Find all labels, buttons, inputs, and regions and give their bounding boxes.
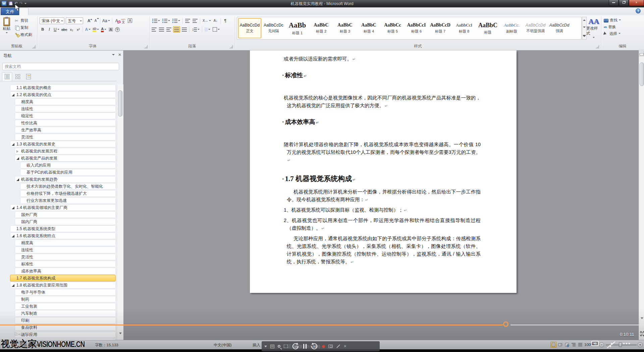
outline-item[interactable]: 1.7 机器视觉系统构成	[0, 275, 117, 282]
document-block[interactable]: 2、机器视觉也可以用来创造一个部件，即运用光学器件和软件相结合直接指导制造过程（…	[287, 216, 481, 232]
justify-button[interactable]	[173, 26, 180, 33]
skip-back-button[interactable]: 10	[291, 342, 300, 350]
camera-icon[interactable]	[328, 345, 333, 348]
font-dialog-launcher-icon[interactable]	[144, 45, 148, 48]
align-right-button[interactable]	[166, 26, 172, 33]
style-card[interactable]: AaBbCc 标题 5	[381, 18, 404, 38]
font-color-button[interactable]: A	[100, 26, 107, 33]
outline-item[interactable]: 标准性	[0, 261, 117, 268]
clear-formatting-button[interactable]: A	[114, 17, 120, 24]
strikethrough-button[interactable]: abc	[61, 26, 68, 33]
restore-button[interactable]	[619, 0, 629, 6]
outline-item[interactable]: 连续性	[0, 247, 117, 254]
style-card[interactable]: AaBbCcD 标题 7	[429, 18, 452, 38]
outline-item[interactable]: 1.1 机器视觉的概念	[0, 84, 117, 91]
bold-button[interactable]: B	[40, 26, 46, 33]
line-spacing-button[interactable]: ↕	[191, 26, 200, 33]
outline-item[interactable]: 连续性	[0, 105, 117, 113]
character-shading-button[interactable]: A	[108, 26, 114, 33]
document-block[interactable]: 随着计算机处理器价格的急剧下降，机器视觉系统成本效率也变得越来越高。一个价值 1…	[287, 140, 481, 164]
print-layout-view-button[interactable]	[550, 342, 556, 348]
outline-item[interactable]: 制药	[0, 296, 117, 303]
outline-item[interactable]: 印刷	[0, 317, 117, 324]
enclose-characters-button[interactable]: 字	[114, 26, 120, 33]
seekbar-remaining[interactable]	[511, 324, 644, 325]
outline-item[interactable]: 电子与半导体	[0, 289, 117, 296]
help-icon[interactable]: ?	[636, 8, 641, 13]
ruler-toggle-icon[interactable]	[639, 51, 644, 56]
shading-button[interactable]	[204, 26, 211, 33]
player-more-icon[interactable]	[623, 343, 630, 344]
font-name-select[interactable]: 宋体 (中文正	[40, 17, 64, 24]
outline-item[interactable]: 技术方面的趋势是数字化、实时化、智能化	[0, 183, 117, 190]
outline-view-button[interactable]	[571, 342, 577, 348]
document-block[interactable]: ▪成本效率高↵	[287, 118, 481, 127]
document-page[interactable]: 或者升级以适应新的需求即可。↵ ▪标准性↵ 机器视觉系统的核心是视觉图像技术，因…	[250, 50, 517, 293]
grow-font-button[interactable]: A	[86, 17, 92, 24]
subscript-button[interactable]: x₂	[68, 26, 74, 33]
player-close-icon[interactable]: ×	[344, 344, 346, 349]
outline-item[interactable]: 性价比高	[0, 120, 117, 127]
player-snapshot-frame-icon[interactable]	[284, 345, 288, 348]
ribbon-tab[interactable]	[63, 8, 72, 15]
sort-button[interactable]: A↓	[213, 17, 219, 24]
change-case-button[interactable]: Aa	[102, 17, 111, 24]
decrease-indent-button[interactable]	[184, 17, 191, 24]
expander-icon[interactable]	[12, 143, 14, 146]
gallery-scroll-down-icon[interactable]	[583, 27, 586, 29]
text-effects-button[interactable]: A	[84, 26, 91, 33]
cut-button[interactable]: ✂ 剪切	[15, 18, 28, 23]
zoom-in-button[interactable]: +	[638, 342, 643, 347]
clipboard-dialog-launcher-icon[interactable]	[32, 45, 36, 48]
insert-mode-status[interactable]: 插入	[253, 343, 260, 348]
outline-item[interactable]: 机器视觉的发展趋势	[0, 176, 117, 183]
exit-fullscreen-icon[interactable]	[606, 340, 617, 349]
style-card[interactable]: AaBbC 标题 2	[310, 18, 333, 38]
document-block[interactable]: 机器视觉系统的核心是视觉图像技术，因此不同厂商的机器视觉系统产品其标准是一致的，…	[287, 93, 481, 110]
record-icon[interactable]	[322, 345, 325, 348]
player-playlist-icon[interactable]	[270, 345, 274, 348]
character-border-button[interactable]: A	[127, 17, 133, 24]
style-card[interactable]: AaBbCc. 副标题	[500, 18, 523, 38]
seekbar-knob[interactable]	[503, 321, 508, 327]
gallery-more-icon[interactable]	[583, 35, 586, 38]
multilevel-list-button[interactable]	[172, 17, 181, 24]
outline-item[interactable]: 1.6 机器视觉系统特点	[0, 232, 117, 239]
styles-dialog-launcher-icon[interactable]	[596, 45, 599, 48]
nav-scroll-up-icon[interactable]	[118, 85, 122, 89]
ribbon-tab[interactable]	[37, 8, 46, 15]
player-zoom-icon[interactable]	[278, 345, 280, 348]
numbering-button[interactable]	[162, 17, 171, 24]
outline-item[interactable]: 1.4 机器视觉领域的主要厂商	[0, 204, 117, 211]
style-card[interactable]: AaBbCcI 标题 8	[452, 18, 476, 38]
bullets-button[interactable]	[152, 17, 161, 24]
ribbon-tab[interactable]	[55, 8, 63, 15]
outline-item[interactable]: 灵活性	[0, 134, 117, 141]
expander-icon[interactable]	[16, 178, 19, 181]
outline-item[interactable]: 1.8 机器视觉的主要应用范围	[0, 282, 117, 289]
outline-item[interactable]: 国外厂商	[0, 211, 117, 218]
outline-item[interactable]: 嵌入式的应用	[0, 162, 117, 169]
minimize-button[interactable]	[609, 0, 619, 6]
phonetic-guide-button[interactable]: wén文	[120, 17, 126, 24]
close-button[interactable]: ×	[629, 0, 644, 6]
outline-item[interactable]: 灵活性	[0, 254, 117, 261]
ribbon-tab[interactable]	[19, 8, 29, 15]
borders-button[interactable]	[212, 26, 220, 33]
fullscreen-reading-view-button[interactable]	[557, 342, 563, 348]
doc-scroll-up-icon[interactable]	[640, 57, 644, 61]
document-scrollbar[interactable]	[639, 50, 644, 340]
show-hide-marks-button[interactable]: ¶	[222, 17, 228, 24]
document-block[interactable]: 机器视觉系统用计算机来分析一个图像，并根据分析得出结论，然后给出下一步工作指令。…	[287, 187, 481, 204]
copy-button[interactable]: 复制	[15, 25, 28, 30]
nav-scroll-thumb[interactable]	[118, 90, 122, 117]
increase-indent-button[interactable]	[192, 17, 198, 24]
pause-button[interactable]	[303, 344, 307, 349]
outline-item[interactable]: 成本效率高	[0, 268, 117, 275]
player-chevron-down-icon[interactable]	[264, 346, 267, 349]
tab-browse-pages[interactable]	[13, 72, 23, 81]
zoom-out-button[interactable]: −	[599, 342, 604, 347]
style-card[interactable]: AaBbCcDd 强调	[548, 18, 571, 38]
superscript-button[interactable]: x²	[75, 26, 81, 33]
style-card[interactable]: AaBbCcDd 不明显强调	[524, 18, 547, 38]
